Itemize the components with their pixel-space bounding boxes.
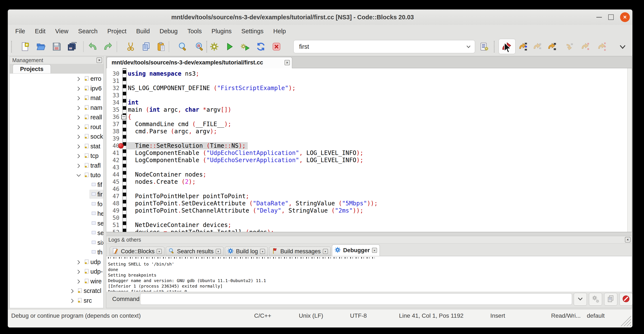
run-icon[interactable] bbox=[224, 42, 234, 52]
copy-icon[interactable] bbox=[142, 42, 151, 52]
tree-item-se[interactable]: se bbox=[10, 228, 103, 238]
chevron-right-icon[interactable] bbox=[69, 288, 75, 294]
log-tab-build-messages[interactable]: Build messages× bbox=[269, 247, 331, 256]
step-into-instruction-icon[interactable] bbox=[597, 42, 606, 52]
step-out-icon[interactable] bbox=[564, 42, 574, 52]
debug-continue-button[interactable] bbox=[498, 39, 516, 54]
menu-build[interactable]: Build bbox=[131, 25, 155, 38]
code-line-41[interactable]: 41 LogComponentEnable ("UdpEchoClientApp… bbox=[106, 149, 628, 157]
editor-tab-first-cc[interactable]: mnt/dev/tools/source/ns-3-dev/examples/t… bbox=[107, 57, 292, 69]
tree-item-fir[interactable]: fir bbox=[10, 190, 103, 199]
cut-icon[interactable] bbox=[126, 42, 136, 52]
chevron-down-icon[interactable] bbox=[465, 43, 472, 50]
editor-vertical-scrollbar[interactable] bbox=[627, 68, 632, 232]
code-line-31[interactable]: 31 bbox=[106, 77, 628, 85]
tree-item-udp[interactable]: udp- bbox=[10, 267, 103, 276]
chevron-right-icon[interactable] bbox=[76, 163, 81, 168]
tree-item-ipv6[interactable]: ipv6 bbox=[10, 84, 103, 93]
chevron-right-icon[interactable] bbox=[76, 124, 81, 130]
code-line-32[interactable]: 32NS_LOG_COMPONENT_DEFINE ("FirstScriptE… bbox=[106, 85, 628, 92]
tree-item-mat[interactable]: mat bbox=[10, 93, 103, 103]
chevron-right-icon[interactable] bbox=[76, 95, 81, 101]
tree-item-stat[interactable]: stat bbox=[10, 142, 103, 151]
code-line-36[interactable]: 36{ bbox=[106, 113, 628, 121]
code-line-35[interactable]: 35main (int argc, char *argv[]) bbox=[106, 106, 628, 113]
menu-view[interactable]: View bbox=[50, 25, 73, 38]
tree-item-sock[interactable]: sock bbox=[10, 132, 103, 141]
maximize-icon[interactable] bbox=[608, 15, 614, 20]
log-tab-code-blocks[interactable]: Code::Blocks× bbox=[110, 247, 164, 256]
code-line-48[interactable]: 48 pointToPoint.SetDeviceAttribute ("Dat… bbox=[106, 200, 628, 207]
build-and-run-icon[interactable] bbox=[240, 42, 250, 52]
redo-icon[interactable] bbox=[103, 42, 113, 52]
tab-close-icon[interactable]: × bbox=[260, 249, 265, 254]
open-file-icon[interactable] bbox=[36, 42, 46, 52]
code-line-52[interactable]: 52 devices = pointToPoint.Install (nodes… bbox=[106, 229, 628, 232]
log-tab-build-log[interactable]: Build log× bbox=[225, 247, 268, 256]
rebuild-icon[interactable] bbox=[256, 42, 266, 52]
log-tab-search-results[interactable]: Search results× bbox=[166, 247, 224, 256]
menu-search[interactable]: Search bbox=[73, 25, 102, 38]
tree-item-scratcl[interactable]: scratcl bbox=[10, 286, 103, 296]
tree-item-he[interactable]: he bbox=[10, 209, 103, 218]
menu-help[interactable]: Help bbox=[268, 25, 291, 38]
chevron-right-icon[interactable] bbox=[76, 269, 81, 274]
find-icon[interactable] bbox=[178, 42, 188, 52]
code-line-43[interactable]: 43 bbox=[106, 164, 628, 171]
management-close-icon[interactable]: × bbox=[96, 58, 102, 63]
tree-item-th[interactable]: th bbox=[10, 247, 103, 257]
tree-item-tuto[interactable]: tuto bbox=[10, 170, 103, 180]
save-file-icon[interactable] bbox=[52, 42, 62, 52]
minimize-icon[interactable] bbox=[596, 17, 602, 18]
code-line-40[interactable]: 40 Time::SetResolution (Time::NS); bbox=[106, 142, 628, 149]
code-line-49[interactable]: 49 pointToPoint.SetChannelAttribute ("De… bbox=[106, 207, 628, 214]
tree-item-reall[interactable]: reall bbox=[10, 113, 103, 122]
log-tab-debugger[interactable]: Debugger× bbox=[332, 245, 380, 256]
fold-minus-icon[interactable] bbox=[121, 115, 126, 119]
command-input[interactable] bbox=[140, 293, 572, 305]
menu-file[interactable]: File bbox=[10, 25, 30, 38]
next-instruction-icon[interactable] bbox=[580, 42, 590, 52]
code-line-39[interactable]: 39 bbox=[106, 135, 628, 142]
tree-item-trafl[interactable]: trafl bbox=[10, 161, 103, 170]
tree-item-nam[interactable]: nam bbox=[10, 103, 103, 113]
code-line-51[interactable]: 51 NetDeviceContainer devices; bbox=[106, 221, 628, 229]
chevron-right-icon[interactable] bbox=[76, 143, 81, 149]
chevron-right-icon[interactable] bbox=[76, 114, 81, 120]
chevron-right-icon[interactable] bbox=[76, 134, 81, 139]
tab-close-icon[interactable]: × bbox=[157, 249, 162, 254]
tree-item-fif[interactable]: fif bbox=[10, 180, 103, 190]
code-line-50[interactable]: 50 bbox=[106, 214, 628, 221]
breakpoint-marker[interactable] bbox=[118, 143, 124, 149]
paste-icon[interactable] bbox=[156, 42, 166, 52]
tree-item-rout[interactable]: rout bbox=[10, 122, 103, 132]
close-icon[interactable]: × bbox=[620, 12, 630, 22]
next-line-icon[interactable] bbox=[518, 42, 528, 52]
chevron-right-icon[interactable] bbox=[76, 259, 81, 265]
code-line-37[interactable]: 37 CommandLine cmd (__FILE__); bbox=[106, 121, 628, 128]
code-line-33[interactable]: 33 bbox=[106, 92, 628, 99]
new-file-icon[interactable] bbox=[20, 42, 30, 52]
menu-tools[interactable]: Tools bbox=[182, 25, 206, 38]
code-line-34[interactable]: 34int bbox=[106, 99, 628, 106]
code-line-30[interactable]: 30using namespace ns3; bbox=[106, 70, 628, 77]
tree-item-tcp[interactable]: tcp bbox=[10, 151, 103, 161]
build-icon[interactable] bbox=[209, 42, 219, 52]
menu-project[interactable]: Project bbox=[102, 25, 131, 38]
code-line-38[interactable]: 38 cmd.Parse (argc, argv); bbox=[106, 128, 628, 135]
menu-debug[interactable]: Debug bbox=[155, 25, 182, 38]
debugger-tools-button[interactable] bbox=[589, 293, 602, 305]
build-target-select[interactable]: first bbox=[294, 40, 475, 53]
chevron-right-icon[interactable] bbox=[76, 153, 81, 159]
step-into-icon[interactable] bbox=[547, 42, 556, 52]
tree-item-udp[interactable]: udp bbox=[10, 257, 103, 267]
code-line-42[interactable]: 42 LogComponentEnable ("UdpEchoServerApp… bbox=[106, 157, 628, 164]
code-line-47[interactable]: 47 PointToPointHelper pointToPoint; bbox=[106, 193, 628, 200]
logs-close-icon[interactable]: × bbox=[625, 237, 630, 242]
chevron-right-icon[interactable] bbox=[76, 86, 81, 91]
horizontal-splitter[interactable] bbox=[106, 232, 632, 236]
chevron-right-icon[interactable] bbox=[76, 278, 81, 284]
editor-tab-close-icon[interactable]: × bbox=[284, 60, 290, 65]
menu-plugins[interactable]: Plugins bbox=[206, 25, 236, 38]
tree-item-se[interactable]: se bbox=[10, 219, 103, 228]
